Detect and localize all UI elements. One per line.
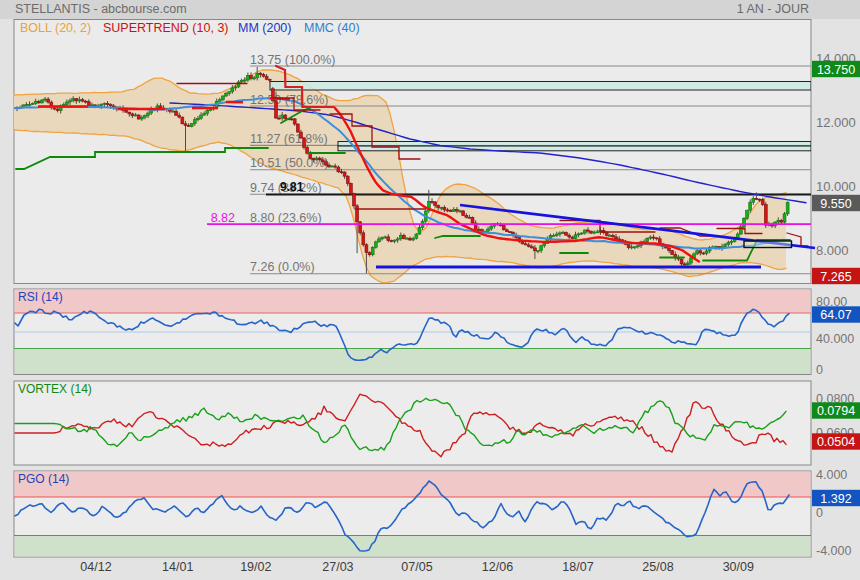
svg-text:0: 0	[816, 506, 823, 520]
svg-text:9.550: 9.550	[820, 197, 851, 211]
svg-text:RSI (14): RSI (14)	[18, 290, 63, 304]
svg-text:7.26 (0.0%): 7.26 (0.0%)	[250, 260, 315, 274]
svg-text:13.75 (100.0%): 13.75 (100.0%)	[250, 53, 335, 67]
svg-text:9.81: 9.81	[280, 180, 304, 194]
svg-text:64.07: 64.07	[820, 308, 851, 322]
svg-text:8.80 (23.6%): 8.80 (23.6%)	[250, 211, 322, 225]
svg-text:19/02: 19/02	[240, 560, 271, 574]
svg-text:8.82: 8.82	[211, 211, 235, 225]
svg-text:12/06: 12/06	[482, 560, 513, 574]
svg-text:-4.000: -4.000	[816, 544, 851, 558]
svg-text:VORTEX (14): VORTEX (14)	[18, 382, 92, 396]
svg-text:14/01: 14/01	[162, 560, 193, 574]
svg-text:12.000: 12.000	[816, 115, 856, 130]
svg-text:0.0794: 0.0794	[817, 404, 855, 418]
svg-text:10.000: 10.000	[816, 179, 856, 194]
svg-text:1.392: 1.392	[820, 492, 851, 506]
svg-text:8.000: 8.000	[816, 243, 849, 258]
svg-text:STELLANTIS - abcbourse.com: STELLANTIS - abcbourse.com	[15, 2, 187, 16]
svg-text:7.265: 7.265	[820, 270, 851, 284]
svg-text:0: 0	[816, 363, 823, 377]
svg-text:25/08: 25/08	[642, 560, 673, 574]
svg-text:13.750: 13.750	[817, 63, 855, 77]
svg-text:0.0504: 0.0504	[817, 435, 855, 449]
svg-text:18/07: 18/07	[562, 560, 593, 574]
svg-text:MMC (40): MMC (40)	[304, 21, 360, 35]
svg-text:27/03: 27/03	[322, 560, 353, 574]
svg-text:04/12: 04/12	[80, 560, 111, 574]
svg-text:07/05: 07/05	[401, 560, 432, 574]
svg-text:MM (200): MM (200)	[238, 21, 291, 35]
svg-text:PGO (14): PGO (14)	[18, 472, 69, 486]
svg-text:1 AN - JOUR: 1 AN - JOUR	[737, 2, 809, 16]
svg-text:SUPERTREND (10, 3): SUPERTREND (10, 3)	[103, 21, 229, 35]
svg-text:4.000: 4.000	[816, 468, 847, 482]
svg-text:40.000: 40.000	[816, 332, 854, 346]
svg-text:BOLL (20, 2): BOLL (20, 2)	[20, 21, 91, 35]
svg-text:11.27 (61.8%): 11.27 (61.8%)	[250, 132, 328, 146]
svg-text:30/09: 30/09	[723, 560, 754, 574]
